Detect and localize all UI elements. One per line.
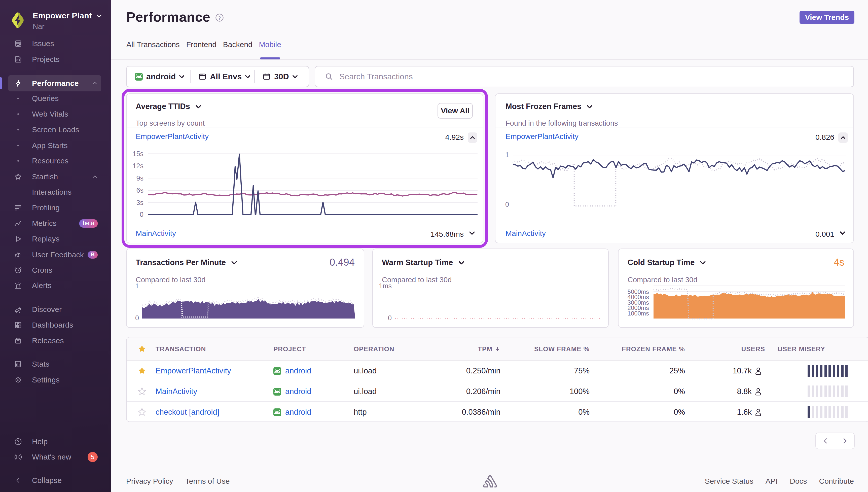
svg-text:?: ? <box>218 15 221 21</box>
